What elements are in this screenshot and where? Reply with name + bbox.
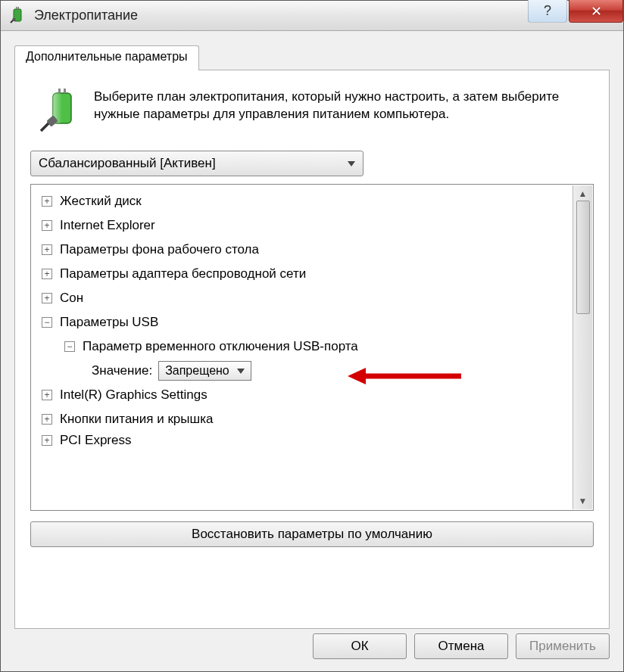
tree-item-desktop-bg[interactable]: +Параметры фона рабочего стола xyxy=(42,238,570,262)
svg-rect-6 xyxy=(58,89,61,93)
tree-item-usb-value: Значение: Запрещено xyxy=(92,359,570,383)
tab-panel: Выберите план электропитания, который ну… xyxy=(14,70,610,629)
expand-icon[interactable]: + xyxy=(42,269,52,279)
expand-icon[interactable]: + xyxy=(42,390,52,400)
expand-icon[interactable]: + xyxy=(42,414,52,425)
svg-rect-1 xyxy=(16,7,17,9)
chevron-down-icon xyxy=(237,369,245,374)
plan-dropdown-row: Сбалансированный [Активен] xyxy=(30,151,594,176)
tree-item-intel-graphics[interactable]: +Intel(R) Graphics Settings xyxy=(42,383,570,407)
scroll-down-icon[interactable]: ▼ xyxy=(579,496,588,506)
expand-icon[interactable]: + xyxy=(42,293,52,303)
value-dropdown[interactable]: Запрещено xyxy=(158,361,251,381)
dialog-body: Дополнительные параметры Выберите план э… xyxy=(1,31,623,642)
tree-item-pci-express[interactable]: +PCI Express xyxy=(42,431,570,450)
tree-item-sleep[interactable]: +Сон xyxy=(42,286,570,310)
svg-rect-3 xyxy=(13,18,16,21)
plan-dropdown-value: Сбалансированный [Активен] xyxy=(39,156,216,171)
intro-row: Выберите план электропитания, который ну… xyxy=(35,89,594,137)
intro-text: Выберите план электропитания, который ну… xyxy=(94,89,594,137)
titlebar: Электропитание ? ✕ xyxy=(1,1,623,31)
restore-defaults-button[interactable]: Восстановить параметры по умолчанию xyxy=(30,521,594,547)
tree-item-hdd[interactable]: +Жесткий диск xyxy=(42,189,570,213)
scroll-up-icon[interactable]: ▲ xyxy=(579,188,588,199)
battery-plug-icon xyxy=(35,89,83,137)
chevron-down-icon xyxy=(348,161,355,166)
svg-rect-7 xyxy=(64,89,66,93)
window-controls: ? ✕ xyxy=(528,1,623,30)
collapse-icon[interactable]: − xyxy=(64,341,75,352)
window-title: Электропитание xyxy=(34,8,528,23)
scrollbar[interactable]: ▲ ▼ xyxy=(573,185,592,509)
expand-icon[interactable]: + xyxy=(42,435,52,446)
expand-icon[interactable]: + xyxy=(42,196,52,207)
value-label: Значение: xyxy=(92,363,152,378)
ok-button[interactable]: ОК xyxy=(313,633,407,659)
cancel-button[interactable]: Отмена xyxy=(414,633,508,659)
settings-tree: +Жесткий диск +Internet Explorer +Параме… xyxy=(30,184,594,511)
tree-item-wireless[interactable]: +Параметры адаптера беспроводной сети xyxy=(42,262,570,286)
tree-item-ie[interactable]: +Internet Explorer xyxy=(42,213,570,238)
tree-item-power-buttons[interactable]: +Кнопки питания и крышка xyxy=(42,407,570,431)
help-button[interactable]: ? xyxy=(528,0,567,23)
apply-button[interactable]: Применить xyxy=(516,633,610,659)
collapse-icon[interactable]: − xyxy=(42,317,52,328)
scrollbar-thumb[interactable] xyxy=(576,201,590,314)
expand-icon[interactable]: + xyxy=(42,220,52,231)
svg-rect-2 xyxy=(18,7,20,9)
tree-item-usb-suspend[interactable]: −Параметр временного отключения USB-порт… xyxy=(64,334,570,359)
power-icon xyxy=(8,7,27,25)
value-dropdown-selected: Запрещено xyxy=(165,364,229,378)
tab-row: Дополнительные параметры xyxy=(14,45,610,70)
power-options-window: Электропитание ? ✕ Дополнительные параме… xyxy=(0,0,624,672)
close-button[interactable]: ✕ xyxy=(569,0,623,23)
expand-icon[interactable]: + xyxy=(42,244,52,255)
plan-dropdown[interactable]: Сбалансированный [Активен] xyxy=(30,151,363,176)
tree-item-usb[interactable]: −Параметры USB xyxy=(42,310,570,334)
dialog-buttons: ОК Отмена Применить xyxy=(313,633,610,659)
restore-row: Восстановить параметры по умолчанию xyxy=(30,521,594,547)
tab-advanced[interactable]: Дополнительные параметры xyxy=(14,45,199,71)
